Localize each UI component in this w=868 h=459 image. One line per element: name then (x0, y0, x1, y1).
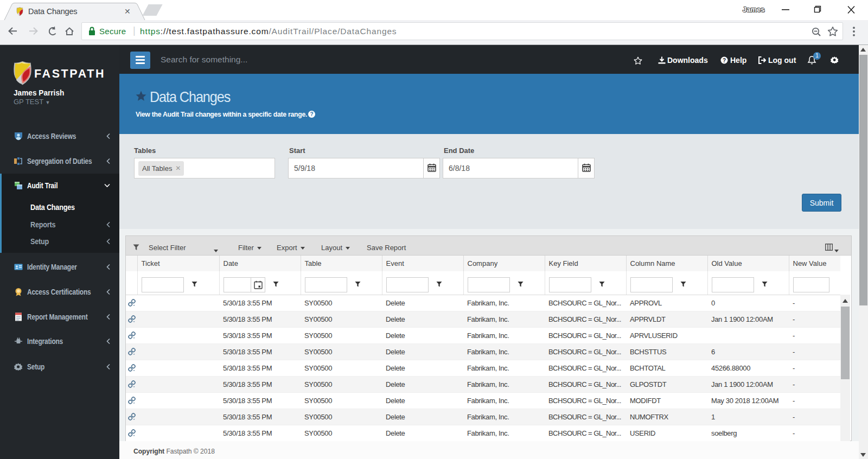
svg-text:?: ? (723, 58, 726, 63)
